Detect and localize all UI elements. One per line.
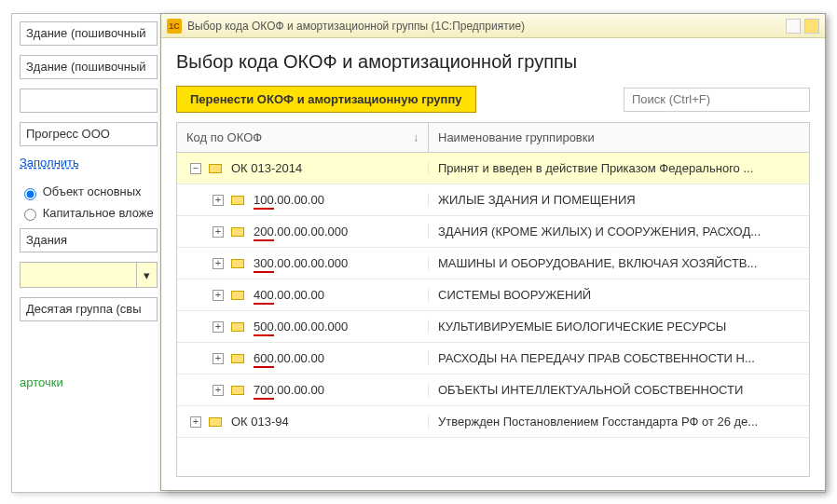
- field-buildings[interactable]: Здания: [20, 228, 158, 252]
- col-header-code[interactable]: Код по ОКОФ ↓: [177, 123, 429, 152]
- collapse-icon[interactable]: −: [190, 163, 201, 174]
- radio-main-asset-label: Объект основных: [43, 184, 142, 198]
- expand-icon[interactable]: +: [213, 226, 224, 238]
- cell-code: +ОК 013-94: [177, 415, 429, 429]
- folder-icon: [209, 164, 222, 173]
- cell-name: РАСХОДЫ НА ПЕРЕДАЧУ ПРАВ СОБСТВЕННОСТИ Н…: [429, 351, 809, 365]
- table-row[interactable]: −ОК 013-2014Принят и введен в действие П…: [177, 153, 809, 184]
- table-body: −ОК 013-2014Принят и введен в действие П…: [177, 153, 809, 438]
- titlebar-action-1-icon[interactable]: [786, 19, 801, 34]
- background-form: Здание (пошивочный Здание (пошивочный Пр…: [12, 14, 165, 397]
- cell-name: КУЛЬТИВИРУЕМЫЕ БИОЛОГИЧЕСКИЕ РЕСУРСЫ: [429, 320, 809, 334]
- table-row[interactable]: +400.00.00.00СИСТЕМЫ ВООРУЖЕНИЙ: [177, 279, 809, 311]
- cell-code: +300.00.00.00.000: [177, 256, 429, 270]
- search-input[interactable]: [624, 88, 810, 112]
- radio-capital-input[interactable]: [24, 209, 36, 221]
- dialog-toolbar: Перенести ОКОФ и амортизационную группу: [176, 86, 810, 113]
- expand-icon[interactable]: +: [213, 321, 224, 333]
- expand-icon[interactable]: +: [213, 385, 224, 396]
- table-row[interactable]: +200.00.00.00.000ЗДАНИЯ (КРОМЕ ЖИЛЫХ) И …: [177, 216, 809, 248]
- chevron-down-icon[interactable]: ▾: [136, 263, 157, 287]
- table-row[interactable]: +700.00.00.00ОБЪЕКТЫ ИНТЕЛЛЕКТУАЛЬНОЙ СО…: [177, 375, 809, 406]
- field-group[interactable]: Десятая группа (свы: [20, 297, 158, 321]
- cell-name: МАШИНЫ И ОБОРУДОВАНИЕ, ВКЛЮЧАЯ ХОЗЯЙСТВ.…: [429, 256, 809, 270]
- cell-name: ЗДАНИЯ (КРОМЕ ЖИЛЫХ) И СООРУЖЕНИЯ, РАСХО…: [429, 225, 809, 238]
- cell-name: ОБЪЕКТЫ ИНТЕЛЛЕКТУАЛЬНОЙ СОБСТВЕННОСТИ: [429, 383, 809, 397]
- transfer-button[interactable]: Перенести ОКОФ и амортизационную группу: [176, 86, 476, 113]
- col-header-name[interactable]: Наименование группировки: [429, 123, 809, 152]
- titlebar[interactable]: 1C Выбор кода ОКОФ и амортизационной гру…: [161, 14, 825, 38]
- code-text: 600.00.00.00: [254, 351, 324, 365]
- field-building-1[interactable]: Здание (пошивочный: [20, 21, 158, 46]
- field-org[interactable]: Прогресс ООО: [20, 122, 158, 146]
- folder-icon: [231, 291, 244, 300]
- titlebar-action-2-icon[interactable]: [804, 19, 819, 34]
- folder-icon: [209, 417, 222, 427]
- cell-code: −ОК 013-2014: [177, 161, 429, 175]
- cell-name: ЖИЛЫЕ ЗДАНИЯ И ПОМЕЩЕНИЯ: [429, 193, 809, 207]
- folder-icon: [231, 227, 244, 237]
- cell-code: +500.00.00.00.000: [177, 320, 429, 334]
- code-text: ОК 013-2014: [231, 161, 302, 175]
- fill-link[interactable]: Заполнить: [20, 156, 79, 170]
- cell-code: +400.00.00.00: [177, 288, 429, 302]
- code-text: 100.00.00.00: [254, 193, 324, 207]
- expand-icon[interactable]: +: [213, 195, 224, 206]
- folder-icon: [231, 196, 244, 205]
- table-row[interactable]: +600.00.00.00РАСХОДЫ НА ПЕРЕДАЧУ ПРАВ СО…: [177, 343, 809, 375]
- code-text: 200.00.00.00.000: [254, 225, 348, 238]
- expand-icon[interactable]: +: [213, 353, 224, 364]
- table-row[interactable]: +100.00.00.00ЖИЛЫЕ ЗДАНИЯ И ПОМЕЩЕНИЯ: [177, 184, 809, 216]
- okof-dropdown[interactable]: ▾: [20, 262, 158, 288]
- dialog-heading: Выбор кода ОКОФ и амортизационной группы: [176, 51, 810, 73]
- okof-picker-dialog: 1C Выбор кода ОКОФ и амортизационной гру…: [160, 13, 826, 491]
- code-text: 400.00.00.00: [254, 288, 324, 302]
- col-header-code-label: Код по ОКОФ: [186, 130, 262, 144]
- code-text: 700.00.00.00: [254, 383, 324, 397]
- expand-icon[interactable]: +: [213, 258, 224, 269]
- cell-name: Утвержден Постановлением Госстандарта РФ…: [429, 415, 809, 429]
- table-row[interactable]: +300.00.00.00.000МАШИНЫ И ОБОРУДОВАНИЕ, …: [177, 248, 809, 279]
- cell-code: +200.00.00.00.000: [177, 225, 429, 238]
- table-row[interactable]: +500.00.00.00.000КУЛЬТИВИРУЕМЫЕ БИОЛОГИЧ…: [177, 311, 809, 343]
- field-empty[interactable]: [20, 89, 158, 113]
- field-building-2[interactable]: Здание (пошивочный: [20, 55, 158, 79]
- radio-main-asset-input[interactable]: [24, 188, 36, 200]
- radio-main-asset[interactable]: Объект основных: [20, 184, 158, 200]
- table-header: Код по ОКОФ ↓ Наименование группировки: [177, 123, 809, 153]
- cell-name: Принят и введен в действие Приказом Феде…: [429, 161, 809, 175]
- folder-icon: [231, 259, 244, 268]
- folder-icon: [231, 386, 244, 395]
- radio-capital[interactable]: Капитальное вложе: [20, 206, 158, 222]
- expand-icon[interactable]: +: [213, 290, 224, 301]
- sort-asc-icon[interactable]: ↓: [413, 131, 418, 144]
- okof-tree-table: Код по ОКОФ ↓ Наименование группировки −…: [176, 122, 810, 477]
- code-text: 500.00.00.00.000: [254, 320, 348, 334]
- expand-icon[interactable]: +: [190, 416, 201, 428]
- dialog-body: Выбор кода ОКОФ и амортизационной группы…: [161, 38, 825, 490]
- cell-name: СИСТЕМЫ ВООРУЖЕНИЙ: [429, 288, 809, 302]
- cards-label-partial: арточки: [20, 375, 158, 389]
- table-row[interactable]: +ОК 013-94Утвержден Постановлением Госст…: [177, 406, 809, 438]
- cell-code: +600.00.00.00: [177, 351, 429, 365]
- cell-code: +700.00.00.00: [177, 383, 429, 397]
- code-text: ОК 013-94: [231, 415, 289, 429]
- folder-icon: [231, 354, 244, 363]
- app-1c-icon: 1C: [167, 19, 182, 34]
- folder-icon: [231, 322, 244, 332]
- code-text: 300.00.00.00.000: [254, 256, 348, 270]
- radio-capital-label: Капитальное вложе: [43, 206, 154, 220]
- cell-code: +100.00.00.00: [177, 193, 429, 207]
- titlebar-text: Выбор кода ОКОФ и амортизационной группы…: [187, 20, 525, 33]
